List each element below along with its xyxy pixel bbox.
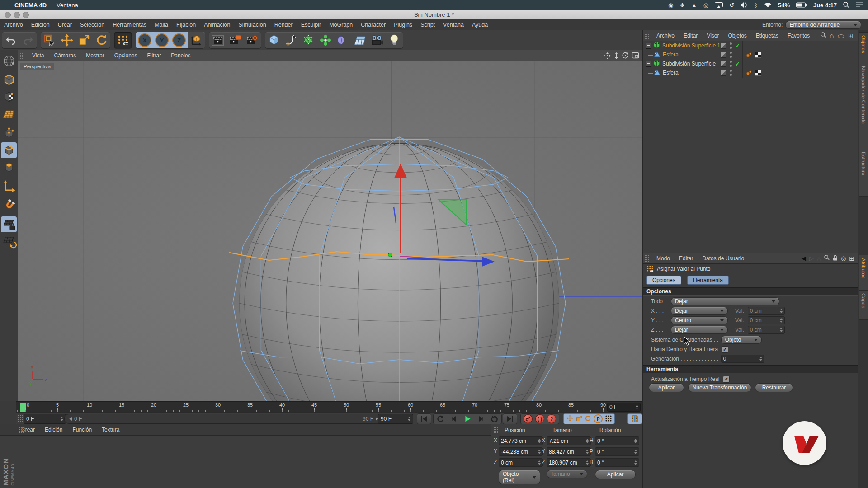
goto-end-button[interactable] (503, 413, 517, 424)
polygon-object-icon[interactable] (654, 69, 660, 77)
app-menu-item[interactable]: Character (357, 22, 390, 28)
app-menu-item[interactable]: Script (416, 22, 439, 28)
layer-chip[interactable] (721, 70, 726, 76)
polygon-object-icon[interactable] (654, 51, 660, 59)
snap-button[interactable] (1, 197, 17, 213)
viewport-menu-item[interactable]: Paneles (166, 52, 195, 59)
search-icon[interactable] (821, 32, 826, 39)
section-opciones[interactable]: Opciones (643, 287, 862, 296)
app-menu-item[interactable]: Fijación (172, 22, 200, 28)
google-drive-icon[interactable]: ▲ (691, 2, 697, 9)
add-primitive-cube-button[interactable] (265, 32, 283, 48)
object-row-subdivision-2[interactable]: Subdivisión Superficie ✓ (643, 59, 858, 68)
size-x-field[interactable]: 7.21 cm (547, 436, 591, 445)
pos-x-field[interactable]: 24.773 cm (499, 436, 543, 445)
make-editable-button[interactable] (1, 53, 17, 69)
object-manager-menu-item[interactable]: Archivo (652, 33, 679, 39)
animation-palette-button[interactable] (627, 413, 642, 424)
pos-y-field[interactable]: -44.238 cm (499, 447, 543, 456)
environment-dropdown[interactable]: Entorno de Arranque (785, 21, 861, 29)
add-spline-button[interactable] (283, 32, 300, 48)
attribute-menu-item[interactable]: Datos de Usuario (698, 255, 749, 262)
key-pla-button[interactable] (605, 415, 612, 423)
current-frame-field[interactable]: 0 F (607, 403, 641, 412)
scale-tool[interactable] (75, 32, 93, 48)
phong-tag-icon[interactable] (746, 52, 752, 58)
loop-start-field[interactable]: 0 F (24, 414, 66, 424)
creative-cloud-icon[interactable]: ◎ (703, 2, 708, 9)
play-forwards-button[interactable] (488, 414, 501, 424)
workplane-mode-button[interactable] (1, 106, 17, 122)
phong-tag-icon[interactable] (746, 70, 752, 76)
tab-estructura[interactable]: Estructura (859, 149, 868, 197)
pos-z-field[interactable]: 0 cm (499, 458, 543, 467)
size-z-field[interactable]: 180.907 cm (547, 458, 591, 467)
volume-icon[interactable] (741, 2, 748, 8)
time-machine-icon[interactable]: ↺ (729, 2, 734, 9)
window-titlebar[interactable]: Sin Nombre 1 * (0, 10, 868, 20)
history-forward-icon[interactable]: ▷ (809, 255, 814, 262)
apply-button[interactable]: Aplicar (649, 383, 684, 392)
visibility-dots[interactable] (730, 51, 732, 59)
object-manager-menu-item[interactable]: Etiquetas (751, 33, 783, 39)
coordsys-dropdown[interactable]: Objeto (721, 336, 762, 344)
next-frame-button[interactable] (474, 414, 488, 424)
object-manager-menu-item[interactable]: Objetos (724, 33, 751, 39)
panel-grip[interactable] (19, 52, 25, 59)
layer-chip[interactable] (721, 52, 726, 58)
previous-frame-button[interactable] (447, 414, 461, 424)
attribute-menu-item[interactable]: Modo (652, 255, 675, 262)
viewport-toggle-icon[interactable] (632, 52, 639, 59)
add-panel-icon[interactable]: ⊞ (848, 32, 854, 39)
play-backwards-button[interactable] (434, 414, 447, 424)
frame-ruler[interactable]: 051015202530354045505560657075808590 0 F (16, 401, 642, 413)
coords-mode-dropdown[interactable]: Objeto (Rel) (499, 470, 540, 484)
record-keyframe-button[interactable] (524, 414, 533, 423)
layer-chip[interactable] (721, 61, 726, 67)
add-field-button[interactable] (334, 32, 351, 48)
viewport-view-label[interactable]: Perspectiva (20, 63, 54, 70)
app-menu-item[interactable]: Archivo (0, 22, 27, 28)
viewport-dolly-icon[interactable] (614, 52, 619, 59)
tab-herramienta[interactable]: Herramienta (687, 276, 729, 285)
material-menu-item[interactable]: Edición (40, 427, 67, 433)
section-herramienta[interactable]: Herramienta (643, 365, 862, 373)
loop-end-field[interactable]: 90 F (378, 414, 413, 424)
rotate-tool[interactable] (93, 32, 110, 48)
coords-size-mode-dropdown[interactable]: Tamaño (547, 470, 587, 478)
app-menu-item[interactable]: Ventana (439, 22, 468, 28)
texture-mode-button[interactable] (1, 89, 17, 105)
app-menu-item[interactable]: Selección (76, 22, 108, 28)
collapse-icon[interactable] (646, 43, 651, 49)
material-menu-item[interactable]: Función (67, 427, 97, 433)
y-mode-dropdown[interactable]: Centro (671, 316, 728, 324)
app-menu-item[interactable]: Herramientas (108, 22, 151, 28)
screen-record-icon[interactable]: ◉ (668, 2, 673, 9)
enabled-check[interactable]: ✓ (735, 61, 740, 67)
app-menu-item[interactable]: Edición (27, 22, 54, 28)
object-manager-menu-item[interactable]: Visor (702, 33, 723, 39)
app-menu-item[interactable]: Simulación (235, 22, 270, 28)
tab-objetos[interactable]: Objetos (859, 32, 868, 66)
play-button[interactable] (461, 414, 474, 424)
tab-navegador-de-contenido[interactable]: Navegador de Contenido (859, 63, 868, 153)
visibility-dots[interactable] (730, 42, 732, 50)
render-to-picture-viewer-button[interactable] (226, 32, 244, 48)
enable-axis-button[interactable] (1, 178, 17, 194)
notification-center-icon[interactable] (856, 2, 863, 8)
app-menu-item[interactable]: Plugins (390, 22, 416, 28)
app-menu-item[interactable]: MoGraph (325, 22, 357, 28)
lock-x-axis-button[interactable]: X (136, 32, 153, 48)
restore-button[interactable]: Restaurar (755, 383, 793, 392)
app-menu-item[interactable]: Animación (200, 22, 234, 28)
tab-opciones[interactable]: Opciones (646, 276, 681, 285)
z-val-field[interactable]: 0 cm (748, 326, 785, 334)
x-val-field[interactable]: 0 cm (748, 307, 785, 315)
menubar-clock[interactable]: Jue 4:17 (813, 2, 837, 9)
z-mode-dropdown[interactable]: Dejar (671, 326, 728, 334)
uvw-tag-icon[interactable] (755, 70, 761, 76)
undo-button[interactable] (2, 32, 19, 48)
tab-capas[interactable]: Capas (859, 290, 868, 320)
realtime-checkbox[interactable]: ✓ (723, 376, 730, 383)
rot-p-field[interactable]: 0 ° (595, 447, 639, 456)
